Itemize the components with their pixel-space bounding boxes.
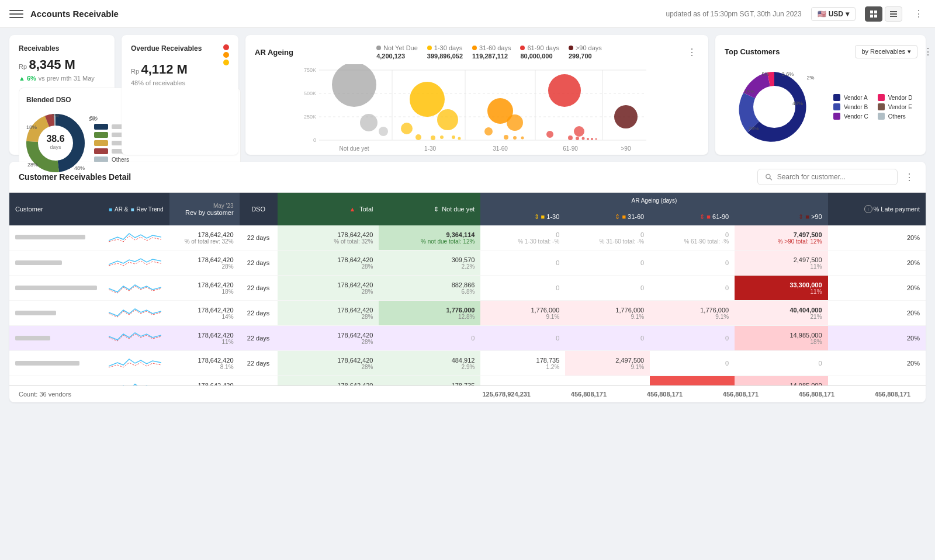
ar1-cell: 0 (480, 376, 565, 386)
customer-name (9, 225, 103, 251)
table-view-button[interactable] (885, 6, 902, 22)
rev-cell: 178,642,42014% (169, 301, 240, 326)
svg-point-31 (410, 82, 445, 117)
svg-text:31-60: 31-60 (493, 145, 508, 152)
total-cell: 178,642,42028% (278, 351, 379, 376)
svg-point-47 (546, 131, 553, 138)
notdue-cell: 0 (379, 326, 480, 351)
sparkline-cell (103, 276, 169, 301)
ar-ageing-header: AR Ageing Not Yet Due 4,200,123 1-30 day… (255, 44, 699, 60)
svg-text:48%: 48% (792, 100, 803, 106)
svg-point-35 (431, 135, 435, 140)
svg-rect-4 (890, 11, 897, 12)
footer-61-90: 456,808,171 (764, 391, 840, 398)
page-title: Accounts Receivable (30, 9, 666, 19)
svg-text:0: 0 (313, 137, 316, 143)
ar31-cell: 0 (565, 326, 650, 351)
by-receivables-button[interactable]: by Receivables ▾ (855, 45, 917, 58)
svg-point-28 (332, 64, 376, 107)
ar61-cell: 0 (650, 276, 735, 301)
ar-more-button[interactable]: ⋮ (685, 45, 699, 59)
dso-cell: 22 days (240, 376, 278, 386)
detail-more-button[interactable]: ⋮ (902, 170, 916, 184)
svg-point-44 (521, 137, 524, 140)
receivables-label: Receivables (19, 44, 105, 53)
customer-name (9, 251, 103, 276)
th-notdue: ⇕ Not due yet (379, 193, 480, 225)
table-row: 178,642,42014% 22 days 178,642,42028% 1,… (9, 301, 926, 326)
svg-point-30 (379, 127, 388, 136)
top-customers-card: Top Customers by Receivables ▾ ⋮ (715, 35, 926, 155)
dso-cell: 22 days (240, 225, 278, 251)
customer-name (9, 301, 103, 326)
svg-point-36 (440, 135, 444, 139)
notdue-cell: 309,5702.2% (379, 251, 480, 276)
late-info-icon[interactable]: i (864, 205, 872, 213)
ar-bubble-chart: 750K 500K 250K 0 (255, 64, 699, 161)
top-cards-row: Receivables Rp 8,345 M ▲ 6% vs prev mth … (9, 35, 926, 155)
trend-label: vs prev mth 31 May (39, 75, 95, 82)
sidebar-toggle[interactable] (9, 7, 23, 21)
overdue-dots (223, 44, 229, 65)
search-input[interactable] (777, 173, 890, 181)
svg-rect-2 (870, 15, 873, 18)
footer-total: 125,678,924,231 (460, 391, 536, 398)
overdue-amount: 4,112 M (141, 62, 188, 76)
dso-cell: 22 days (240, 351, 278, 376)
legend-others: Others (878, 113, 913, 120)
grid-view-button[interactable] (865, 6, 882, 22)
overdue-pct: 48% of receivables (131, 79, 229, 86)
header-meta: updated as of 15:30pm SGT, 30th Jun 2023 (666, 10, 801, 18)
notdue-cell: 1,776,00012.8% (379, 301, 480, 326)
svg-text:250K: 250K (304, 114, 316, 120)
th-rev: May '23 Rev by customer (169, 193, 240, 225)
top-customers-more-button[interactable]: ⋮ (921, 44, 935, 58)
legend-31-60: 31-60 days 119,287,112 (472, 44, 511, 60)
ar31-cell: 0 (565, 276, 650, 301)
top-customers-donut: 48% 28% 18% 5% 3.6% 2% (725, 63, 824, 151)
ar61-cell: 0 (650, 351, 735, 376)
dso-cell: 22 days (240, 326, 278, 351)
header-right: 🇺🇸 USD ▾ ⋮ (811, 6, 926, 22)
svg-point-49 (576, 137, 579, 140)
table-row: 178,642,42018% 22 days 178,642,42028% 88… (9, 276, 926, 301)
svg-rect-6 (890, 16, 897, 17)
rev-cell: 178,642,4207.6% (169, 376, 240, 386)
svg-point-53 (595, 138, 597, 140)
svg-text:18%: 18% (744, 89, 754, 95)
svg-rect-3 (874, 15, 877, 18)
currency-selector[interactable]: 🇺🇸 USD ▾ (811, 7, 856, 21)
ar-legend: Not Yet Due 4,200,123 1-30 days 399,896,… (376, 44, 602, 60)
svg-point-54 (614, 105, 638, 128)
header-more-button[interactable]: ⋮ (912, 7, 926, 21)
customer-name (9, 376, 103, 386)
svg-point-40 (507, 114, 523, 131)
svg-text:3.6%: 3.6% (782, 71, 794, 77)
svg-text:1-30: 1-30 (424, 145, 436, 152)
legend-vendor-c: Vendor C (833, 113, 868, 120)
svg-rect-5 (890, 13, 897, 15)
flag-icon: 🇺🇸 (818, 10, 826, 18)
search-icon (765, 173, 773, 181)
footer-totals: 125,678,924,231 456,808,171 456,808,171 … (460, 391, 916, 398)
legend-vendor-d: Vendor D (878, 94, 913, 101)
footer-notdue: 456,808,171 (536, 391, 612, 398)
late-cell: 20% (828, 351, 926, 376)
ar31-cell: 0 (565, 376, 650, 386)
total-cell: 178,642,42028% (278, 301, 379, 326)
total-cell: 178,642,42028% (278, 251, 379, 276)
th-ar-group: AR Ageing (days) (480, 193, 827, 208)
search-box[interactable] (757, 169, 898, 185)
ar1-cell: 0 (480, 251, 565, 276)
sparkline-cell (103, 251, 169, 276)
overdue-card: Overdue Receivables Rp 4,112 M 48% of re… (122, 35, 238, 155)
top-customers-chart: 48% 28% 18% 5% 3.6% 2% Vendor A Vendor D (725, 63, 916, 151)
dso-cell: 22 days (240, 301, 278, 326)
ar-bubble-chart-wrapper: 750K 500K 250K 0 (255, 64, 699, 162)
table-scroll[interactable]: Customer ■AR & ■Rev Trend May '23 Rev (9, 193, 926, 385)
svg-point-52 (591, 138, 593, 140)
receivables-card: Receivables Rp 8,345 M ▲ 6% vs prev mth … (9, 35, 115, 155)
legend-90plus: >90 days 299,700 (569, 44, 602, 60)
table-row: 178,642,4208.1% 22 days 178,642,42028% 4… (9, 351, 926, 376)
ar90-cell: 14,985,00018% (735, 326, 827, 351)
